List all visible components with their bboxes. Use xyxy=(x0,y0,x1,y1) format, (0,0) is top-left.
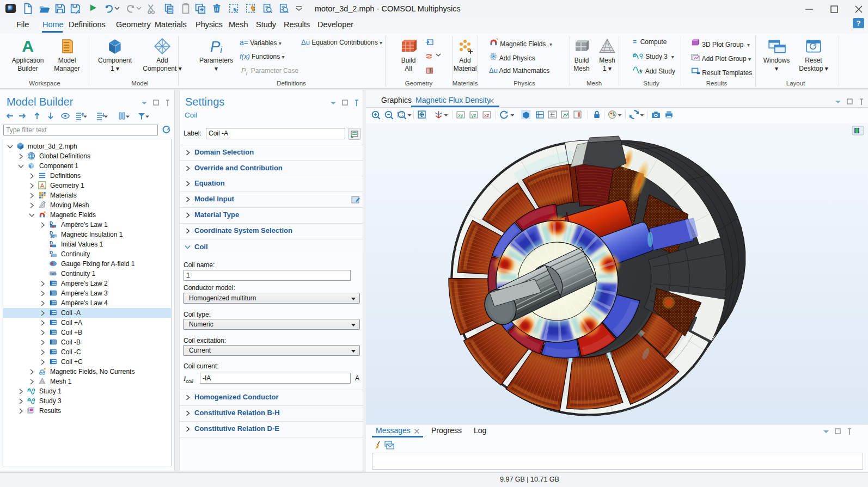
svg-text:xy: xy xyxy=(458,113,463,118)
svg-text:D: D xyxy=(50,240,53,245)
svg-text:Pi: Pi xyxy=(210,38,223,55)
svg-text:A: A xyxy=(22,37,34,55)
svg-text:yz: yz xyxy=(471,113,476,118)
svg-text:xz: xz xyxy=(484,113,490,118)
svg-text:×: × xyxy=(51,254,53,258)
svg-text:D: D xyxy=(50,220,53,226)
svg-text:A: A xyxy=(40,182,45,189)
svg-text:3C: 3C xyxy=(50,235,55,238)
svg-text:DCl: DCl xyxy=(50,272,56,276)
